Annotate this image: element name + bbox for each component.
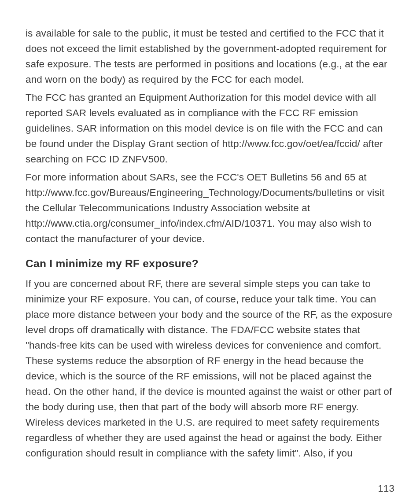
paragraph-2: The FCC has granted an Equipment Authori… [26,90,394,167]
paragraph-1: is available for sale to the public, it … [26,26,394,87]
page-number: 113 [26,483,394,494]
footer-divider [337,480,394,480]
paragraph-3: For more information about SARs, see the… [26,169,394,246]
page-footer: 113 [26,480,394,494]
paragraph-4: If you are concerned about RF, there are… [26,276,394,461]
section-heading: Can I minimize my RF exposure? [26,256,394,271]
document-page: is available for sale to the public, it … [0,0,420,504]
